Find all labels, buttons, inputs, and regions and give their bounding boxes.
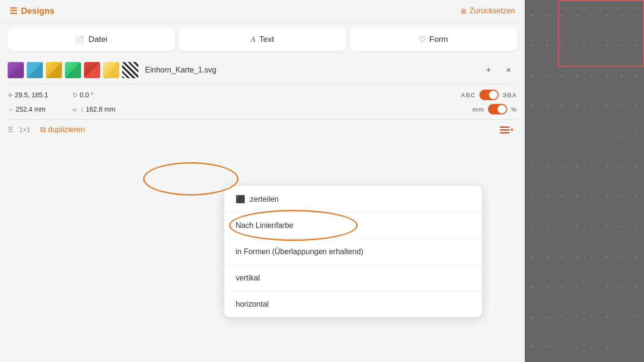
width-value: 252.4 mm xyxy=(16,105,45,113)
dropdown-item-vertikal[interactable]: vertikal xyxy=(224,265,482,291)
close-button[interactable]: × xyxy=(500,62,517,79)
plus-cell: + xyxy=(599,121,614,151)
dropdown-item-in-formen[interactable]: in Formen (Überlappungen erhaltend) xyxy=(224,239,482,265)
swatch-black[interactable] xyxy=(122,62,138,78)
zerteilen-label: zerteilen xyxy=(250,195,279,204)
plus-cell: + xyxy=(570,181,584,211)
add-button[interactable]: + xyxy=(480,62,497,79)
rotation-value: 0.0 ° xyxy=(80,91,93,99)
plus-cell: + xyxy=(525,121,540,151)
plus-cell: + xyxy=(629,151,644,181)
plus-cell: + xyxy=(629,271,644,301)
dropdown-item-horizontal[interactable]: horizontal xyxy=(224,291,482,317)
plus-cell: + xyxy=(599,271,614,301)
plus-cell: + xyxy=(525,271,540,301)
in-formen-label: in Formen (Überlappungen erhaltend) xyxy=(236,248,364,256)
menu-line-2 xyxy=(500,129,509,131)
duplicate-icon: ⧉ xyxy=(40,125,45,134)
plus-cell: + xyxy=(584,181,599,211)
menu-icon: ☰ xyxy=(10,6,17,16)
plus-cell: + xyxy=(525,30,540,60)
plus-cell: + xyxy=(629,241,644,271)
swatch-green[interactable] xyxy=(65,62,81,78)
duplicate-button[interactable]: ⧉ duplizieren xyxy=(36,124,89,136)
link-icon: ∞ xyxy=(73,106,77,113)
plus-cell: + xyxy=(555,151,570,181)
designs-button[interactable]: ☰ Designs xyxy=(10,6,54,16)
menu-button[interactable]: ▾ xyxy=(496,124,517,135)
plus-cell: + xyxy=(540,211,554,241)
plus-cell: + xyxy=(570,91,584,121)
header: ☰ Designs ⊗ Zurücksetzen xyxy=(0,0,525,22)
tab-form[interactable]: ♡ Form xyxy=(350,28,517,51)
plus-cell: + xyxy=(584,271,599,301)
width-prop: ↔ 252.4 mm xyxy=(8,105,65,113)
reset-icon: ⊗ xyxy=(460,7,467,16)
swatch-purple[interactable] xyxy=(8,62,24,78)
plus-cell: + xyxy=(599,181,614,211)
mm-toggle[interactable] xyxy=(488,104,507,114)
cba-label: ЭBA xyxy=(502,92,517,99)
plus-cell: + xyxy=(570,211,584,241)
dropdown-item-nach-linienfarbe[interactable]: Nach Linienfarbe xyxy=(224,213,482,239)
abc-toggle-group: ABC ЭBA xyxy=(461,90,517,100)
reset-button[interactable]: ⊗ Zurücksetzen xyxy=(460,7,515,16)
tab-form-label: Form xyxy=(429,35,448,44)
plus-cell: + xyxy=(614,121,629,151)
plus-cell: + xyxy=(540,302,554,332)
plus-cell: + xyxy=(629,91,644,121)
properties-section: ✛ 29.5, 185.1 ↻ 0.0 ° ABC ЭBA ↔ 252.4 mm… xyxy=(0,86,525,118)
plus-cell: + xyxy=(614,91,629,121)
plus-cell: + xyxy=(629,121,644,151)
plus-cell: + xyxy=(599,302,614,332)
plus-cell: + xyxy=(614,241,629,271)
mm-label: mm xyxy=(472,106,484,113)
grid-value: 1×1 xyxy=(19,126,31,134)
tab-bar: 📄 Datei A Text ♡ Form xyxy=(0,22,525,57)
plus-cell: + xyxy=(614,151,629,181)
form-icon: ♡ xyxy=(419,35,426,44)
swatch-cyan[interactable] xyxy=(27,62,43,78)
plus-cell: + xyxy=(525,91,540,121)
plus-cell: + xyxy=(584,211,599,241)
width-icon: ↔ xyxy=(8,106,14,113)
abc-toggle[interactable] xyxy=(479,90,499,100)
plus-cell: + xyxy=(584,121,599,151)
plus-cell: + xyxy=(570,151,584,181)
plus-cell: + xyxy=(540,121,554,151)
plus-cell: + xyxy=(584,151,599,181)
plus-cell: + xyxy=(555,241,570,271)
swatch-yellow[interactable] xyxy=(46,62,62,78)
vertikal-label: vertikal xyxy=(236,274,260,282)
plus-cell: + xyxy=(629,181,644,211)
rotate-icon: ↻ xyxy=(73,92,78,99)
plus-cell: + xyxy=(570,302,584,332)
dropdown-item-zerteilen[interactable]: ⬛ zerteilen xyxy=(224,186,482,213)
plus-cell: + xyxy=(555,302,570,332)
plus-cell: + xyxy=(525,241,540,271)
plus-cell: + xyxy=(525,302,540,332)
plus-cell: + xyxy=(570,121,584,151)
duplicate-row: ⠿ 1×1 ⧉ duplizieren ▾ xyxy=(0,121,525,139)
reset-label: Zurücksetzen xyxy=(469,7,515,15)
plus-cell: + xyxy=(629,211,644,241)
tab-text[interactable]: A Text xyxy=(179,28,346,51)
plus-cell: + xyxy=(599,151,614,181)
swatch-lightyellow[interactable] xyxy=(103,62,119,78)
props-row-1: ✛ 29.5, 185.1 ↻ 0.0 ° ABC ЭBA xyxy=(8,88,517,102)
plus-cell: + xyxy=(570,241,584,271)
plus-cell: + xyxy=(614,181,629,211)
plus-cell: + xyxy=(540,91,554,121)
plus-cell: + xyxy=(614,211,629,241)
menu-line-1 xyxy=(500,126,509,128)
plus-cell: + xyxy=(584,302,599,332)
swatch-red[interactable] xyxy=(84,62,100,78)
plus-cell: + xyxy=(555,271,570,301)
tab-text-label: Text xyxy=(259,35,274,44)
plus-cell: + xyxy=(555,91,570,121)
horizontal-label: horizontal xyxy=(236,300,269,309)
tab-datei[interactable]: 📄 Datei xyxy=(8,28,175,51)
plus-cell: + xyxy=(540,241,554,271)
plus-cell: + xyxy=(525,151,540,181)
plus-cell: + xyxy=(540,30,554,60)
